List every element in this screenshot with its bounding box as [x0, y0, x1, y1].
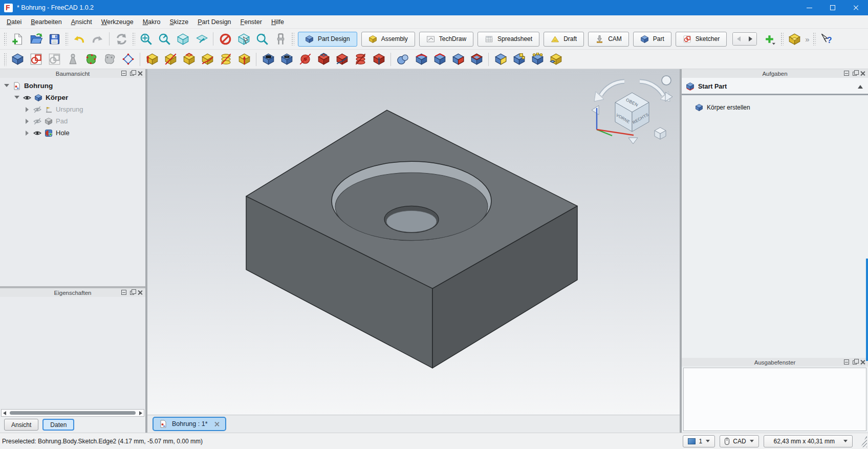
subtractive-pipe-icon[interactable]: [333, 52, 351, 67]
dock-minimize-icon[interactable]: [844, 359, 849, 365]
additive-loft-icon[interactable]: [180, 52, 198, 67]
navcube-left-arrow-icon[interactable]: [592, 105, 599, 115]
toolbar-grip[interactable]: [780, 32, 784, 46]
document-tab[interactable]: Bohrung : 1*: [153, 417, 226, 431]
toolbar-grip[interactable]: [4, 32, 7, 46]
title-bar[interactable]: * Bohrung - FreeCAD 1.0.2: [0, 0, 868, 15]
create-datum-icon[interactable]: [119, 52, 137, 67]
zoom-level-selector[interactable]: 1: [683, 435, 715, 447]
new-file-icon[interactable]: [9, 31, 26, 47]
tree-item-hole[interactable]: Hole: [0, 127, 145, 139]
draw-style-icon[interactable]: [216, 31, 234, 47]
multitransform-icon[interactable]: [547, 52, 565, 67]
navcube-circle-icon[interactable]: [662, 76, 671, 85]
refresh-icon[interactable]: [113, 31, 130, 47]
fit-all-icon[interactable]: [137, 31, 155, 47]
tab-close-icon[interactable]: [214, 421, 220, 427]
menu-makro[interactable]: Makro: [138, 16, 165, 28]
navcube-down-arrow-icon[interactable]: [628, 138, 638, 144]
collapse-icon[interactable]: [858, 82, 863, 89]
maximize-button[interactable]: [821, 0, 844, 15]
toolbar-grip[interactable]: [65, 32, 68, 46]
eye-icon[interactable]: [33, 129, 42, 137]
isometric-view-icon[interactable]: [174, 31, 191, 47]
navigation-style-selector[interactable]: CAD: [720, 435, 758, 447]
eye-off-icon[interactable]: [33, 117, 42, 125]
thickness-icon[interactable]: [468, 52, 485, 67]
redo-icon[interactable]: [89, 31, 106, 47]
right-scrollbar-thumb[interactable]: [866, 259, 868, 361]
properties-panel-header[interactable]: Eigenschaften: [0, 288, 145, 297]
align-to-selection-icon[interactable]: [192, 31, 210, 47]
menu-hilfe[interactable]: Hilfe: [267, 16, 289, 28]
rotate-view-icon[interactable]: [253, 31, 271, 47]
output-panel-header[interactable]: Ausgabefenster: [682, 358, 868, 367]
properties-hscrollbar[interactable]: [1, 409, 144, 417]
workbench-assembly[interactable]: Assembly: [361, 32, 415, 47]
view-dimensions-box[interactable]: 62,43 mm x 40,31 mm: [764, 435, 853, 447]
menu-datei[interactable]: Datei: [2, 16, 26, 28]
scroll-left-icon[interactable]: [3, 411, 6, 415]
workbench-spreadsheet[interactable]: Spreadsheet: [478, 32, 539, 47]
close-button[interactable]: [844, 0, 868, 15]
resize-grip[interactable]: [859, 435, 867, 447]
eye-icon[interactable]: [23, 94, 32, 102]
create-body-action[interactable]: Körper erstellen: [695, 103, 868, 112]
create-sketch-icon[interactable]: [27, 52, 45, 67]
overflow-chevron-icon[interactable]: »: [804, 35, 810, 44]
tree-item-koerper[interactable]: Körper: [0, 92, 145, 103]
additive-pipe-icon[interactable]: [199, 52, 216, 67]
dock-minimize-icon[interactable]: [121, 290, 126, 295]
workbench-techdraw[interactable]: TechDraw: [419, 32, 473, 47]
pad-icon[interactable]: [143, 52, 161, 67]
tree-panel-header[interactable]: Baumansicht: [0, 69, 145, 78]
menu-part-design[interactable]: Part Design: [193, 16, 235, 28]
dock-close-icon[interactable]: [860, 71, 865, 76]
attach-sketch-icon[interactable]: [64, 52, 81, 67]
minimize-button[interactable]: [797, 0, 821, 15]
undo-icon[interactable]: [70, 31, 88, 47]
3d-viewport[interactable]: OBEN VORNE RECHTS: [147, 69, 680, 415]
tree-item-ursprung[interactable]: Ursprung: [0, 103, 145, 115]
additive-primitive-icon[interactable]: [235, 52, 253, 67]
workbench-part[interactable]: Part: [633, 32, 671, 47]
eye-off-icon[interactable]: [33, 105, 42, 114]
expander-icon[interactable]: [3, 82, 10, 90]
subtractive-helix-icon[interactable]: [352, 52, 369, 67]
tree-item-pad[interactable]: Pad: [0, 115, 145, 127]
tab-ansicht[interactable]: Ansicht: [4, 419, 38, 431]
measure-icon[interactable]: [272, 31, 289, 47]
dock-close-icon[interactable]: [138, 71, 143, 76]
nav-forward-button[interactable]: [745, 33, 756, 45]
tree-item-bohrung[interactable]: Bohrung: [0, 80, 145, 92]
dock-float-icon[interactable]: [853, 360, 857, 365]
zoom-selection-icon[interactable]: [156, 31, 173, 47]
expander-icon[interactable]: [24, 119, 31, 124]
workbench-sketcher[interactable]: Sketcher: [676, 32, 727, 47]
tasks-panel-header[interactable]: Aufgaben: [682, 69, 868, 78]
start-part-section[interactable]: Start Part: [682, 78, 868, 95]
draft-angle-icon[interactable]: [449, 52, 467, 67]
workbench-cam[interactable]: CAM: [588, 32, 629, 47]
menu-ansicht[interactable]: Ansicht: [67, 16, 97, 28]
navigation-cube[interactable]: OBEN VORNE RECHTS: [589, 72, 676, 149]
expander-icon[interactable]: [13, 94, 20, 101]
groove-icon[interactable]: [296, 52, 314, 67]
parts-library-icon[interactable]: [786, 31, 803, 47]
expander-icon[interactable]: [24, 131, 31, 136]
toolbar-grip[interactable]: [132, 32, 135, 46]
open-file-icon[interactable]: [27, 31, 45, 47]
navcube-body[interactable]: OBEN VORNE RECHTS: [615, 93, 649, 132]
toolbar-grip[interactable]: [813, 32, 816, 46]
workbench-part-design[interactable]: Part Design: [298, 32, 357, 47]
menu-fenster[interactable]: Fenster: [236, 16, 267, 28]
linear-pattern-icon[interactable]: [510, 52, 528, 67]
tab-daten[interactable]: Daten: [42, 419, 74, 431]
menu-werkzeuge[interactable]: Werkzeuge: [97, 16, 138, 28]
mirrored-icon[interactable]: [492, 52, 509, 67]
mini-cube-icon[interactable]: [655, 127, 666, 139]
dock-float-icon[interactable]: [130, 291, 134, 295]
revolution-icon[interactable]: [162, 52, 179, 67]
scroll-right-icon[interactable]: [139, 411, 142, 415]
workbench-draft[interactable]: Draft: [544, 32, 584, 47]
